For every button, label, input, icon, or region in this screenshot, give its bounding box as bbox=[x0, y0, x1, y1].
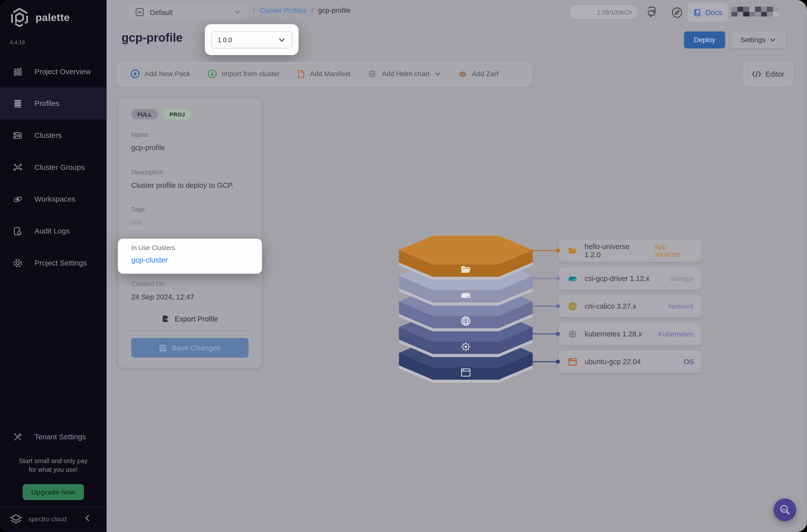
settings-button[interactable]: Settings bbox=[731, 32, 786, 49]
code-icon bbox=[752, 70, 761, 77]
save-changes-button[interactable]: Save Changes bbox=[131, 338, 249, 357]
import-from-cluster-button[interactable]: Import from cluster bbox=[207, 69, 279, 79]
pack-category: App services bbox=[654, 243, 694, 258]
nodes-icon bbox=[13, 162, 22, 172]
deploy-button[interactable]: Deploy bbox=[684, 32, 725, 49]
add-helm-chart-button[interactable]: Add Helm chart bbox=[368, 69, 441, 79]
profile-version-select[interactable]: 1.0.0 bbox=[211, 32, 292, 49]
add-new-pack-button[interactable]: Add New Pack bbox=[130, 69, 190, 79]
pack-row-cni-calico[interactable]: cni-calico 3.27.x Network bbox=[558, 295, 701, 318]
server-icon bbox=[13, 130, 22, 140]
pack-name: kubernetes 1.28.x bbox=[585, 330, 642, 338]
breadcrumb-cluster-profiles-link[interactable]: Cluster Profiles bbox=[260, 7, 307, 15]
collapse-sidebar-icon[interactable] bbox=[84, 514, 91, 522]
card-divider bbox=[127, 330, 254, 331]
tags-label: Tags bbox=[131, 206, 145, 213]
sidebar-item-label: Project Settings bbox=[35, 259, 87, 267]
sidebar-item-clusters[interactable]: Clusters bbox=[0, 119, 107, 151]
pack-name: cni-calico 3.27.x bbox=[585, 302, 636, 310]
in-use-clusters-spotlight: In Use Clusters gcp-cluster bbox=[118, 239, 262, 274]
explore-compass-button[interactable] bbox=[670, 5, 684, 20]
description-label: Description bbox=[131, 169, 163, 176]
help-search-fab[interactable] bbox=[773, 498, 796, 521]
os-window-icon bbox=[568, 357, 577, 367]
add-zarf-button[interactable]: Add Zarf bbox=[458, 69, 499, 78]
plus-circle-icon bbox=[130, 69, 140, 79]
import-from-cluster-label: Import from cluster bbox=[222, 70, 280, 78]
pack-toolbar: Add New Pack Import from cluster Add Man… bbox=[118, 62, 531, 86]
upgrade-promo-text: Start small and only pay for what you us… bbox=[0, 457, 107, 474]
breadcrumb-current-page: gcp-profile bbox=[318, 7, 351, 15]
sidebar-item-project-settings[interactable]: Project Settings bbox=[0, 247, 107, 279]
upgrade-now-button[interactable]: Upgrade now bbox=[23, 484, 84, 500]
add-manifest-button[interactable]: Add Manifest bbox=[297, 70, 351, 78]
profile-type-badge-full: FULL bbox=[131, 109, 158, 119]
chevron-down-icon bbox=[278, 36, 286, 44]
feedback-chat-button[interactable] bbox=[645, 5, 660, 20]
folder-icon bbox=[568, 246, 577, 255]
sidebar-item-workspaces[interactable]: Workspaces bbox=[0, 183, 107, 215]
globe-icon bbox=[460, 316, 471, 327]
save-changes-label: Save Changes bbox=[172, 344, 221, 352]
pack-category: Network bbox=[668, 302, 694, 310]
gear-icon bbox=[13, 258, 22, 268]
sidebar-item-audit-logs[interactable]: Audit Logs bbox=[0, 215, 107, 247]
helm-wheel-icon bbox=[368, 69, 377, 79]
sidebar-item-label: Cluster Groups bbox=[35, 163, 85, 171]
sidebar-divider bbox=[0, 507, 107, 507]
in-use-cluster-link[interactable]: gcp-cluster bbox=[131, 256, 168, 264]
sidebar-item-label: Audit Logs bbox=[35, 227, 70, 235]
add-zarf-label: Add Zarf bbox=[472, 70, 499, 78]
chevron-down-icon bbox=[770, 36, 776, 43]
profile-version-value: 1.0.0 bbox=[218, 36, 232, 43]
breadcrumb: / Cluster Profiles / gcp-profile bbox=[253, 7, 351, 15]
sidebar-item-label: Tenant Settings bbox=[35, 433, 86, 441]
sidebar-item-label: Profiles bbox=[35, 99, 59, 108]
breadcrumb-separator: / bbox=[253, 7, 255, 15]
layer-app-services[interactable] bbox=[399, 235, 533, 281]
pack-name: ubuntu-gcp 22.04 bbox=[585, 358, 641, 366]
kubernetes-wheel-icon bbox=[460, 341, 471, 353]
sidebar-item-profiles[interactable]: Profiles bbox=[0, 88, 107, 119]
version-spotlight: 1.0.0 bbox=[205, 24, 299, 55]
editor-button[interactable]: Editor bbox=[744, 62, 793, 86]
kubernetes-wheel-icon bbox=[568, 329, 577, 339]
breadcrumb-separator: / bbox=[312, 7, 314, 15]
created-on-label: Created On bbox=[131, 281, 164, 288]
sidebar-nav: Project Overview Profiles Clusters C bbox=[0, 55, 107, 279]
user-name-redacted[interactable] bbox=[731, 7, 779, 17]
sidebar-item-project-overview[interactable]: Project Overview bbox=[0, 55, 107, 88]
project-scope-value: Default bbox=[150, 8, 172, 16]
add-helm-chart-label: Add Helm chart bbox=[382, 70, 430, 78]
project-scope-icon bbox=[135, 7, 145, 17]
export-profile-label: Export Profile bbox=[175, 315, 218, 323]
description-value: Cluster profile to deploy to GCP. bbox=[131, 181, 233, 189]
chevron-down-icon bbox=[234, 9, 241, 16]
pack-row-ubuntu-gcp[interactable]: ubuntu-gcp 22.04 OS bbox=[558, 350, 701, 373]
pack-row-kubernetes[interactable]: kubernetes 1.28.x Kubernetes bbox=[558, 323, 701, 345]
docs-button[interactable]: Docs bbox=[688, 3, 728, 21]
export-file-icon bbox=[162, 315, 170, 323]
pack-row-hello-universe[interactable]: hello-universe 1.2.0 App services bbox=[558, 239, 701, 262]
sidebar-item-label: Clusters bbox=[35, 131, 62, 139]
pack-name: csi-gcp-driver 1.12.x bbox=[585, 274, 650, 283]
export-profile-button[interactable]: Export Profile bbox=[118, 315, 262, 323]
pack-name: hello-universe 1.2.0 bbox=[585, 242, 647, 259]
profile-scope-badge-proj: PROJ bbox=[163, 109, 191, 119]
profile-layer-stack bbox=[399, 235, 533, 385]
app-version: 4.4.19 bbox=[10, 39, 25, 45]
tags-value: n/a bbox=[131, 218, 141, 226]
bar-chart-icon bbox=[13, 67, 22, 76]
sidebar-item-tenant-settings[interactable]: Tenant Settings bbox=[0, 421, 107, 453]
compass-icon bbox=[670, 6, 683, 19]
project-scope-selector[interactable]: Default bbox=[129, 4, 247, 20]
name-label: Name bbox=[131, 131, 148, 138]
tools-icon bbox=[13, 432, 22, 442]
add-manifest-label: Add Manifest bbox=[310, 70, 350, 78]
usage-quota-badge: 1.29/100kCh bbox=[570, 5, 638, 19]
magnifier-smile-icon bbox=[778, 503, 792, 517]
profile-details-card: FULL PROJ Name gcp-profile Description C… bbox=[118, 98, 262, 368]
sidebar-item-label: Workspaces bbox=[35, 195, 75, 203]
pack-row-csi-gcp-driver[interactable]: csi-gcp-driver 1.12.x Storage bbox=[558, 267, 701, 290]
sidebar-item-cluster-groups[interactable]: Cluster Groups bbox=[0, 151, 107, 183]
